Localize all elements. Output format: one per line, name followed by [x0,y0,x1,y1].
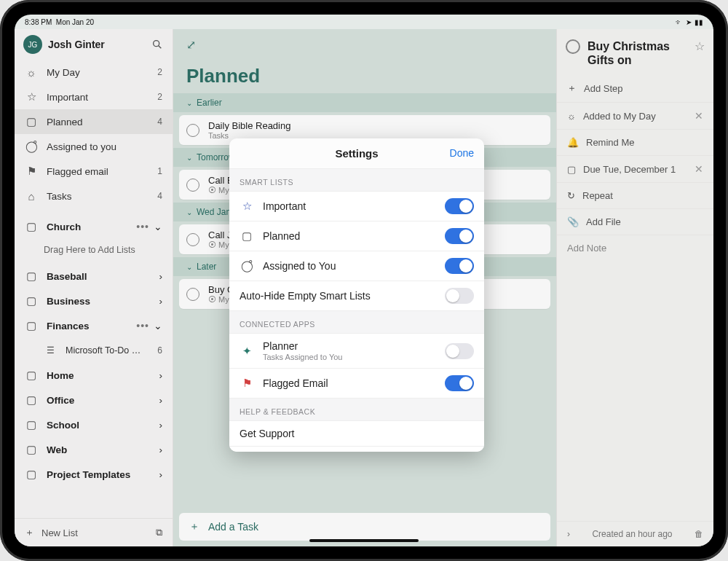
more-icon[interactable]: ••• [136,221,149,232]
chevron-down-icon: ⌄ [186,208,192,216]
wifi-icon: ᯤ [676,18,683,26]
chevron-down-icon[interactable]: ⌄ [154,221,162,232]
star-icon[interactable]: ☆ [695,39,705,53]
sidebar-item-flagged[interactable]: ⚑Flagged email1 [15,159,173,184]
sidebar-item-important[interactable]: ☆Important2 [15,85,173,109]
detail-title: Buy Christmas Gifts on [587,39,687,67]
task-checkbox[interactable] [566,39,580,54]
task-checkbox[interactable] [186,233,199,246]
star-icon: ☆ [240,199,254,213]
sidebar-list-finances[interactable]: ▢Finances•••⌄ [15,313,173,338]
plus-icon[interactable]: ＋ [25,526,34,539]
list-icon: ▢ [25,468,38,481]
task-checkbox[interactable] [186,124,199,137]
sidebar-list-business[interactable]: ▢Business› [15,289,173,313]
list-icon: ▢ [25,270,38,283]
setting-flagged-email[interactable]: ⚑Flagged Email [229,369,484,399]
add-task-button[interactable]: ＋Add a Task [179,513,550,541]
home-icon: ⌂ [25,189,38,203]
calendar-icon: ▢ [567,164,576,175]
add-file-row[interactable]: 📎Add File [557,208,713,235]
calendar-icon: ▢ [25,115,38,128]
status-bar: 8:38 PM Mon Jan 20 ᯤ ➤ ▮▮ [15,15,713,29]
sidebar-item-myday[interactable]: ☼My Day2 [15,60,173,85]
chevron-down-icon: ⌄ [186,263,192,271]
setting-suggest[interactable]: Suggest a FeaturePowered by UserVoice – … [229,447,484,452]
svg-line-1 [159,46,162,49]
toggle[interactable] [445,198,474,214]
remind-row[interactable]: 🔔Remind Me [557,129,713,155]
avatar[interactable]: JG [23,35,42,54]
sidebar-list-projecttemplates[interactable]: ▢Project Templates› [15,462,173,487]
new-list-label[interactable]: New List [41,527,78,538]
list-icon: ▢ [25,393,38,407]
calendar-icon: ▢ [240,229,254,243]
toggle[interactable] [445,343,474,359]
repeat-row[interactable]: ↻Repeat [557,182,713,208]
sidebar-list-finances-child[interactable]: ☰Microsoft To-Do Blo…6 [15,338,173,363]
chevron-down-icon[interactable]: ⌄ [154,320,162,332]
sidebar-item-tasks[interactable]: ⌂Tasks4 [15,184,173,208]
myday-row[interactable]: ☼Added to My Day✕ [557,102,713,129]
plus-icon: ＋ [567,82,577,95]
repeat-icon: ↻ [567,190,575,201]
sidebar-list-web[interactable]: ▢Web› [15,437,173,462]
planner-icon: ✦ [240,344,254,358]
chevron-right-icon: › [159,420,163,431]
sidebar-group-church[interactable]: ▢Church•••⌄ [15,214,173,239]
note-area[interactable]: Add Note [557,235,713,521]
group-smart-lists: SMART LISTS [229,169,484,192]
home-indicator[interactable] [309,539,419,542]
close-icon[interactable]: ✕ [695,110,703,122]
close-icon[interactable]: ✕ [695,163,703,175]
trash-icon[interactable]: 🗑 [695,529,703,539]
battery-icon: ▮▮ [695,18,703,26]
toggle[interactable] [445,288,474,304]
due-row[interactable]: ▢Due Tue, December 1✕ [557,155,713,182]
tablet-frame: 8:38 PM Mon Jan 20 ᯤ ➤ ▮▮ JG Josh Ginter [0,0,728,561]
task-checkbox[interactable] [186,288,199,301]
toggle[interactable] [445,258,474,274]
sidebar-list-school[interactable]: ▢School› [15,412,173,437]
location-icon: ➤ [686,18,692,26]
setting-important[interactable]: ☆Important [229,192,484,221]
task-checkbox[interactable] [186,178,199,192]
add-step-row[interactable]: ＋Add Step [557,74,713,102]
setting-support[interactable]: Get Support [229,421,484,447]
group-help: HELP & FEEDBACK [229,399,484,421]
setting-autohide[interactable]: Auto-Hide Empty Smart Lists [229,281,484,311]
search-icon[interactable] [151,38,164,51]
sidebar-list-baseball[interactable]: ▢Baseball› [15,264,173,289]
section-earlier[interactable]: ⌄Earlier [173,93,556,112]
chevron-down-icon: ⌄ [186,154,192,162]
chevron-right-icon: › [159,296,163,307]
done-button[interactable]: Done [450,147,474,159]
status-date: Mon Jan 20 [56,18,94,26]
status-right: ᯤ ➤ ▮▮ [676,18,703,26]
bullet-list-icon: ☰ [44,344,57,357]
sun-icon: ☼ [25,66,38,79]
list-icon: ▢ [25,369,38,382]
toggle[interactable] [445,228,474,244]
chevron-right-icon[interactable]: › [567,529,570,539]
bell-icon: 🔔 [567,137,579,148]
sidebar-list-home[interactable]: ▢Home› [15,363,173,388]
setting-assigned[interactable]: ◯̊Assigned to You [229,251,484,281]
sidebar-drag-hint[interactable]: Drag Here to Add Lists [15,239,173,261]
more-icon[interactable]: ••• [136,320,149,332]
expand-icon[interactable]: ⤢ [186,38,196,52]
toggle[interactable] [445,375,474,391]
chevron-right-icon: › [159,395,163,406]
sidebar-header[interactable]: JG Josh Ginter [15,29,173,60]
list-icon: ▢ [25,418,38,431]
group-connected-apps: CONNECTED APPS [229,311,484,334]
sidebar-rows: ☼My Day2 ☆Important2 ▢Planned4 ◯̊Assigne… [15,60,173,518]
flag-icon: ⚑ [240,376,254,391]
new-group-icon[interactable]: ⧉ [156,527,162,538]
sidebar-item-planned[interactable]: ▢Planned4 [15,109,173,134]
setting-planner[interactable]: ✦PlannerTasks Assigned to You [229,334,484,369]
sidebar-item-assigned[interactable]: ◯̊Assigned to you [15,134,173,159]
setting-planned[interactable]: ▢Planned [229,221,484,251]
sidebar-list-office[interactable]: ▢Office› [15,388,173,412]
detail-panel: Buy Christmas Gifts on ☆ ＋Add Step ☼Adde… [556,29,713,546]
